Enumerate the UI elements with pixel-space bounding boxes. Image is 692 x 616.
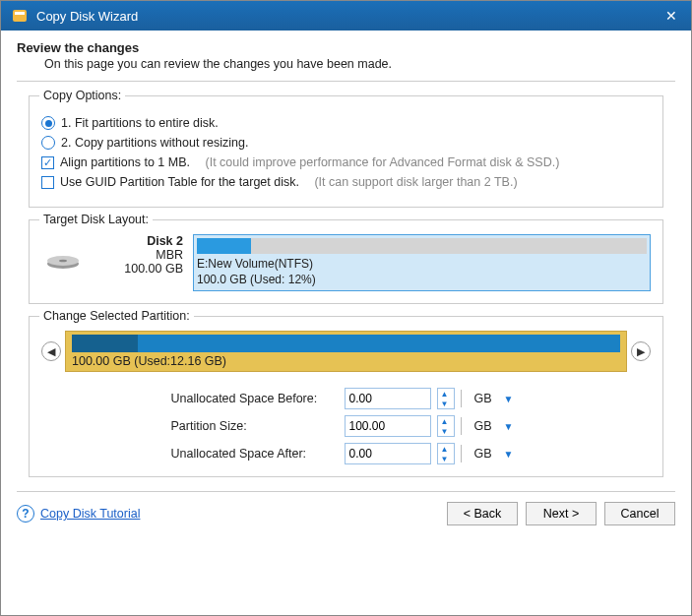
change-partition-group: Change Selected Partition: ◀ 100.00 GB (… [29, 316, 663, 477]
unit-dropdown[interactable]: ▼ [504, 449, 522, 460]
svg-point-4 [59, 260, 67, 263]
scroll-left-button[interactable]: ◀ [41, 341, 61, 361]
change-partition-legend: Change Selected Partition: [39, 309, 194, 323]
back-button[interactable]: < Back [447, 502, 518, 525]
unit-label: GB [474, 392, 498, 405]
copy-options-group: Copy Options: 1. Fit partitions to entir… [29, 95, 663, 208]
titlebar: Copy Disk Wizard ✕ [1, 1, 691, 31]
unit-dropdown[interactable]: ▼ [504, 421, 522, 432]
target-disk-legend: Target Disk Layout: [39, 213, 153, 226]
next-button[interactable]: Next > [526, 502, 597, 525]
disk-name: Disk 2 [94, 234, 183, 248]
option-label: Use GUID Partition Table for the target … [60, 175, 299, 189]
copy-options-legend: Copy Options: [39, 89, 125, 102]
app-icon [11, 7, 29, 25]
option-hint: (It could improve performance for Advanc… [206, 155, 560, 169]
checkbox-icon [41, 176, 54, 189]
partition-size-stepper[interactable]: ▲▼ [437, 415, 455, 437]
radio-icon [41, 136, 55, 150]
page-title: Review the changes [17, 40, 675, 55]
disk-type: MBR [94, 248, 183, 262]
option-align-partitions[interactable]: Align partitions to 1 MB. (It could impr… [41, 155, 651, 169]
window-title: Copy Disk Wizard [36, 9, 661, 24]
page-subtitle: On this page you can review the changes … [44, 57, 675, 71]
option-label: Align partitions to 1 MB. [60, 155, 190, 169]
space-before-label: Unallocated Space Before: [171, 392, 339, 405]
option-copy-without-resize[interactable]: 2. Copy partitions without resizing. [41, 136, 651, 150]
close-icon[interactable]: ✕ [661, 8, 681, 24]
disk-size: 100.00 GB [94, 262, 183, 276]
scroll-right-button[interactable]: ▶ [631, 341, 651, 361]
partition-label: 100.00 GB (Used:12.16 GB) [72, 354, 620, 368]
volume-name: E:New Volume(NTFS) [197, 257, 647, 273]
unit-label: GB [474, 419, 498, 433]
cancel-button[interactable]: Cancel [604, 502, 675, 525]
partition-size-label: Partition Size: [171, 419, 339, 433]
divider [17, 81, 675, 82]
option-fit-partitions[interactable]: 1. Fit partitions to entire disk. [41, 116, 651, 130]
target-disk-group: Target Disk Layout: Disk 2 MBR 100.00 GB… [29, 219, 663, 304]
option-label: 2. Copy partitions without resizing. [61, 136, 248, 150]
option-label: 1. Fit partitions to entire disk. [61, 116, 219, 130]
separator [461, 417, 469, 435]
checkbox-icon [41, 156, 54, 169]
space-after-label: Unallocated Space After: [171, 447, 339, 461]
space-before-input[interactable] [345, 388, 431, 409]
volume-usage-bar [197, 238, 647, 254]
footer: ? Copy Disk Tutorial < Back Next > Cance… [17, 491, 675, 535]
space-before-stepper[interactable]: ▲▼ [437, 388, 455, 409]
svg-rect-0 [13, 10, 27, 22]
svg-rect-1 [15, 12, 25, 15]
space-after-input[interactable] [345, 443, 431, 464]
tutorial-link[interactable]: Copy Disk Tutorial [40, 507, 140, 521]
disk-info: Disk 2 MBR 100.00 GB [94, 234, 183, 291]
disk-icon [41, 234, 85, 277]
radio-icon [41, 116, 55, 130]
volume-box[interactable]: E:New Volume(NTFS) 100.0 GB (Used: 12%) [193, 234, 651, 291]
space-after-stepper[interactable]: ▲▼ [437, 443, 455, 464]
partition-bar[interactable] [72, 335, 620, 352]
separator [461, 445, 469, 462]
unit-label: GB [474, 447, 498, 461]
help-icon[interactable]: ? [17, 505, 34, 523]
partition-size-input[interactable] [345, 415, 431, 437]
option-hint: (It can support disk larger than 2 TB.) [314, 175, 517, 189]
separator [461, 390, 469, 407]
partition-box[interactable]: 100.00 GB (Used:12.16 GB) [65, 331, 627, 372]
volume-usage: 100.0 GB (Used: 12%) [197, 273, 647, 288]
option-use-gpt[interactable]: Use GUID Partition Table for the target … [41, 175, 651, 189]
unit-dropdown[interactable]: ▼ [504, 394, 522, 404]
